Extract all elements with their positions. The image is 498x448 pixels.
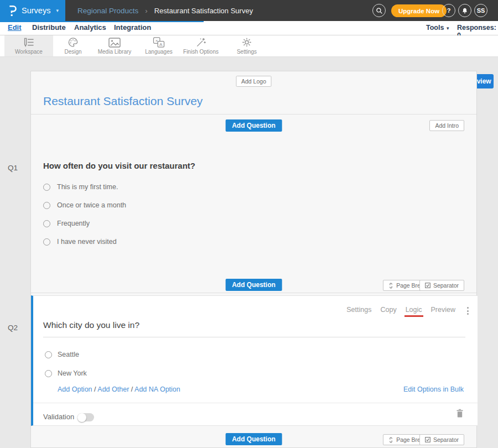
q1-option-radio[interactable] (43, 184, 50, 191)
search-icon (376, 7, 383, 14)
design-palette-icon (68, 37, 79, 48)
q1-option-label[interactable]: I have never visited (57, 238, 117, 246)
question-settings-link[interactable]: Settings (346, 306, 371, 314)
toolbar-tab-media-library[interactable]: Media Library (92, 35, 137, 56)
chevron-down-icon: ▾ (447, 25, 449, 31)
workspace-icon (23, 37, 35, 48)
add-logo-button[interactable]: Add Logo (236, 76, 272, 87)
languages-icon: × A (153, 37, 165, 48)
surveys-product-menu[interactable]: Surveys ▾ (0, 0, 65, 21)
q1-option-label[interactable]: Frequently (57, 220, 90, 227)
delete-question-trash-icon[interactable] (456, 409, 464, 418)
q2-selected-question-card: Settings Copy Logic Preview Which city d… (31, 295, 478, 426)
breadcrumb-folder[interactable]: Regional Products (77, 7, 138, 15)
divider (33, 403, 478, 403)
question-more-menu-icon[interactable] (467, 307, 469, 315)
q1-question-text[interactable]: How often do you visit our restaurant? (43, 161, 195, 170)
questionpro-logo-icon (8, 4, 17, 17)
divider (31, 293, 476, 293)
survey-title[interactable]: Restaurant Satisfaction Survey (43, 95, 203, 108)
breadcrumb-separator-icon: › (145, 7, 147, 15)
editor-toolbar: Workspace Design Media Library × A (0, 35, 498, 57)
svg-text:A: A (159, 42, 163, 47)
breadcrumb: Regional Products › Restaurant Satisfact… (77, 0, 253, 21)
q2-question-text[interactable]: Which city do you live in? (43, 320, 139, 330)
toolbar-tab-languages[interactable]: × A Languages (139, 35, 178, 56)
logic-annotation-underline (404, 315, 423, 317)
settings-gear-icon (241, 37, 252, 48)
toolbar-tab-finish-options[interactable]: Finish Options (179, 35, 223, 56)
q1-option-radio[interactable] (43, 202, 50, 209)
add-question-button-middle[interactable]: Add Question (225, 279, 282, 291)
question-preview-link[interactable]: Preview (431, 306, 455, 314)
separator-checkbox-icon (425, 283, 430, 288)
toolbar-tab-settings[interactable]: Settings (227, 35, 266, 56)
add-other-link[interactable]: Add Other (97, 386, 129, 393)
separator-button[interactable]: Separator (419, 434, 464, 445)
toolbar-tab-workspace[interactable]: Workspace (4, 35, 53, 56)
q2-option-radio[interactable] (45, 351, 52, 358)
add-question-button-top[interactable]: Add Question (225, 119, 282, 132)
help-icon: ? (447, 7, 451, 14)
add-intro-button[interactable]: Add Intro (429, 120, 464, 131)
notifications-button[interactable] (458, 4, 471, 17)
q2-option-label[interactable]: Seattle (58, 351, 79, 358)
separator-button[interactable]: Separator (419, 280, 464, 291)
top-header: Surveys ▾ Regional Products › Restaurant… (0, 0, 498, 21)
bell-icon (461, 7, 468, 14)
add-option-link[interactable]: Add Option (58, 386, 92, 393)
upgrade-now-button[interactable]: Upgrade Now (391, 4, 447, 17)
tools-menu[interactable]: Tools ▾ (426, 24, 449, 32)
validation-label: Validation (43, 413, 74, 421)
question-logic-link[interactable]: Logic (406, 306, 422, 314)
page-break-icon (388, 283, 393, 289)
question-number-q2: Q2 (8, 324, 18, 332)
chevron-down-icon: ▾ (56, 8, 59, 13)
product-label: Surveys (22, 6, 50, 15)
q1-option-radio[interactable] (43, 220, 50, 227)
avatar[interactable]: SS (474, 4, 487, 17)
tab-integration[interactable]: Integration (114, 23, 151, 32)
q2-option-radio[interactable] (45, 370, 52, 377)
nav-accent-line (0, 21, 204, 22)
page-break-icon (388, 437, 393, 443)
question-copy-link[interactable]: Copy (380, 306, 396, 314)
survey-canvas: Add Logo Restaurant Satisfaction Survey … (30, 71, 477, 448)
q1-option-radio[interactable] (43, 238, 50, 246)
question-action-menu: Settings Copy Logic Preview (346, 306, 455, 314)
separator-checkbox-icon (425, 437, 430, 442)
toolbar-tab-design[interactable]: Design (54, 35, 92, 56)
divider (31, 114, 476, 114)
tab-edit[interactable]: Edit (8, 23, 22, 32)
survey-nav: Edit Distribute Analytics Integration To… (0, 21, 498, 35)
media-library-icon (108, 38, 121, 48)
q2-option-label[interactable]: New York (58, 369, 87, 377)
tab-distribute[interactable]: Distribute (32, 23, 66, 32)
q2-question-input-underline (43, 337, 465, 337)
edit-options-in-bulk-link[interactable]: Edit Options in Bulk (403, 386, 464, 393)
tab-analytics[interactable]: Analytics (74, 23, 106, 32)
q1-option-label[interactable]: This is my first time. (57, 183, 118, 191)
help-button[interactable]: ? (442, 4, 455, 17)
question-number-q1: Q1 (8, 164, 18, 172)
validation-toggle[interactable] (77, 413, 94, 421)
finish-options-wand-icon (195, 37, 206, 48)
add-na-option-link[interactable]: Add NA Option (134, 386, 180, 393)
avatar-initials: SS (477, 7, 485, 14)
q1-option-label[interactable]: Once or twice a month (57, 201, 126, 209)
search-button[interactable] (372, 4, 386, 17)
toggle-knob (77, 413, 86, 422)
add-question-button-bottom[interactable]: Add Question (225, 433, 282, 445)
breadcrumb-current-survey: Restaurant Satisfaction Survey (154, 7, 253, 15)
option-links-row: Add Option / Add Other / Add NA Option (58, 386, 180, 393)
